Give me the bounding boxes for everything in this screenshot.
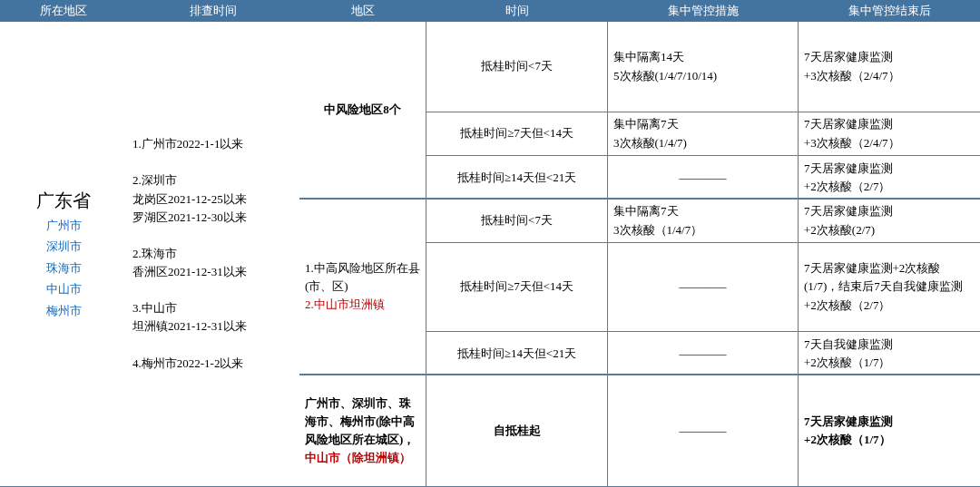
city-link[interactable]: 广州市 bbox=[5, 215, 122, 236]
area-county: 1.中高风险地区所在县(市、区) 2.中山市坦洲镇 bbox=[299, 200, 426, 374]
after-line: +3次核酸（2/4/7） bbox=[804, 134, 975, 152]
area-line-red: 中山市（除坦洲镇） bbox=[305, 449, 420, 467]
region-cell: 广东省 广州市 深圳市 珠海市 中山市 梅州市 bbox=[0, 22, 127, 487]
measure-cell: 集中隔离14天 5次核酸(1/4/7/10/14) bbox=[608, 22, 799, 112]
measure-cell: ———— bbox=[608, 375, 799, 486]
measure-cell: ———— bbox=[608, 332, 799, 375]
city-link[interactable]: 深圳市 bbox=[5, 236, 122, 257]
measure-line: 集中隔离7天 bbox=[613, 202, 792, 220]
measure-cell: 集中隔离7天 3次核酸(1/4/7) bbox=[608, 112, 799, 155]
area-other: 广州市、深圳市、珠海市、梅州市(除中高风险地区所在城区)，中山市（除坦洲镇） bbox=[299, 375, 426, 486]
measure-line: 集中隔离7天 bbox=[613, 115, 792, 133]
checktime-cell: 1.广州市2022-1-1以来 2.深圳市 龙岗区2021-12-25以来 罗湖… bbox=[127, 22, 299, 487]
duration-cell: 自抵桂起 bbox=[426, 375, 608, 486]
duration-cell: 抵桂时间≥14天但<21天 bbox=[426, 156, 608, 200]
after-line: 7天居家健康监测 bbox=[804, 48, 975, 66]
checktime-line: 4.梅州市2022-1-2以来 bbox=[132, 355, 294, 373]
col-header-checktime: 排查时间 bbox=[127, 0, 299, 22]
after-line: 7天自我健康监测 bbox=[804, 336, 975, 354]
after-line: 7天居家健康监测 bbox=[804, 202, 975, 220]
checktime-line: 1.广州市2022-1-1以来 bbox=[132, 135, 294, 153]
city-link[interactable]: 中山市 bbox=[5, 278, 122, 299]
after-line: +2次核酸（2/7） bbox=[804, 178, 975, 196]
measure-cell: ———— bbox=[608, 156, 799, 200]
duration-cell: 抵桂时间≥14天但<21天 bbox=[426, 332, 608, 375]
after-line: 7天居家健康监测 bbox=[804, 115, 975, 133]
city-link[interactable]: 珠海市 bbox=[5, 258, 122, 278]
city-link[interactable]: 梅州市 bbox=[5, 300, 122, 321]
duration-cell: 抵桂时间≥7天但<14天 bbox=[426, 243, 608, 331]
col-header-after: 集中管控结束后 bbox=[799, 0, 980, 22]
duration-cell: 抵桂时间≥7天但<14天 bbox=[426, 112, 608, 155]
duration-cell: 抵桂时间<7天 bbox=[426, 200, 608, 242]
col-header-area: 地区 bbox=[299, 0, 426, 22]
table-body: 广东省 广州市 深圳市 珠海市 中山市 梅州市 1.广州市2022-1-1以来 … bbox=[0, 22, 980, 487]
col-header-region: 所在地区 bbox=[0, 0, 127, 22]
measure-line: 3次核酸(1/4/7) bbox=[613, 134, 792, 152]
province-name: 广东省 bbox=[5, 187, 122, 215]
table-header: 所在地区 排查时间 地区 时间 集中管控措施 集中管控结束后 bbox=[0, 0, 980, 22]
after-cell: 7天居家健康监测 +2次核酸（1/7） bbox=[799, 375, 980, 486]
area-midrisk: 中风险地区8个 bbox=[299, 22, 426, 198]
after-line: +3次核酸（2/4/7） bbox=[804, 67, 975, 85]
after-line: +2次核酸（1/7） bbox=[804, 354, 975, 372]
area-line: 1.中高风险地区所在县(市、区) bbox=[305, 259, 420, 296]
measure-cell: ———— bbox=[608, 243, 799, 331]
area-line-red: 2.中山市坦洲镇 bbox=[305, 296, 420, 314]
duration-cell: 抵桂时间<7天 bbox=[426, 22, 608, 112]
after-cell: 7天居家健康监测+2次核酸(1/7)，结束后7天自我健康监测+2次核酸（2/7） bbox=[799, 243, 980, 331]
checktime-line: 2.深圳市 bbox=[132, 171, 294, 190]
after-line: +2次核酸(2/7) bbox=[804, 221, 975, 239]
checktime-line: 3.中山市 bbox=[132, 299, 294, 317]
policy-table: 所在地区 排查时间 地区 时间 集中管控措施 集中管控结束后 广东省 广州市 深… bbox=[0, 0, 980, 487]
checktime-line: 罗湖区2021-12-30以来 bbox=[132, 209, 294, 227]
after-line: 7天居家健康监测 bbox=[804, 160, 975, 178]
checktime-line: 2.珠海市 bbox=[132, 245, 294, 263]
measure-line: 集中隔离14天 bbox=[613, 48, 792, 66]
area-line: 广州市、深圳市、珠海市、梅州市(除中高风险地区所在城区)， bbox=[305, 394, 420, 449]
after-line: 7天居家健康监测 bbox=[804, 413, 975, 431]
col-header-measure: 集中管控措施 bbox=[608, 0, 799, 22]
col-header-duration: 时间 bbox=[426, 0, 608, 22]
checktime-line: 香洲区2021-12-31以来 bbox=[132, 263, 294, 281]
checktime-line: 坦洲镇2021-12-31以来 bbox=[132, 317, 294, 336]
after-cell: 7天居家健康监测 +2次核酸(2/7) bbox=[799, 200, 980, 242]
after-cell: 7天自我健康监测 +2次核酸（1/7） bbox=[799, 332, 980, 375]
after-cell: 7天居家健康监测 +3次核酸（2/4/7） bbox=[799, 112, 980, 155]
detail-block: 中风险地区8个 抵桂时间<7天 集中隔离14天 5次核酸(1/4/7/10/14… bbox=[299, 22, 980, 487]
after-line: +2次核酸（1/7） bbox=[804, 431, 975, 449]
checktime-line: 龙岗区2021-12-25以来 bbox=[132, 190, 294, 209]
measure-line: 5次核酸(1/4/7/10/14) bbox=[613, 67, 792, 85]
after-cell: 7天居家健康监测 +2次核酸（2/7） bbox=[799, 156, 980, 200]
measure-cell: 集中隔离7天 3次核酸（1/4/7） bbox=[608, 200, 799, 242]
after-cell: 7天居家健康监测 +3次核酸（2/4/7） bbox=[799, 22, 980, 112]
measure-line: 3次核酸（1/4/7） bbox=[613, 221, 792, 239]
